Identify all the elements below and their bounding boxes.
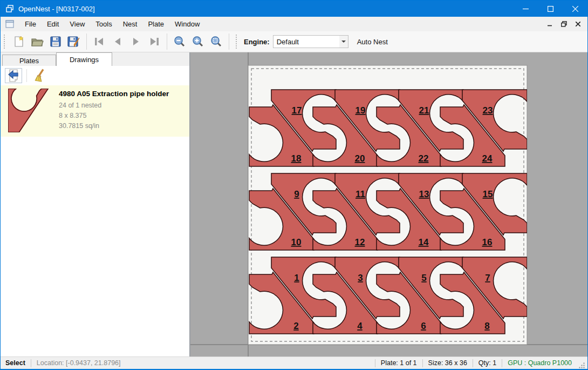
status-plate: Plate: 1 of 1 [375,359,422,367]
status-qty: Qty: 1 [473,359,502,367]
first-arrow-icon [93,37,105,46]
drawing-list-item[interactable]: 4980 A05 Extraction pipe holder 24 of 1 … [1,85,189,137]
plate-canvas[interactable]: 171819202122232491011121314151612345678 [190,52,587,356]
menu-window[interactable]: Window [169,17,205,31]
menu-file[interactable]: File [19,17,42,31]
save-button[interactable] [46,33,65,50]
part-label-3: 3 [358,273,363,283]
part-label-20: 20 [355,153,365,164]
auto-nest-button[interactable]: Auto Nest [352,35,393,49]
main-toolbar: Engine: Default Auto Nest [1,31,587,52]
part-label-2: 2 [293,321,298,331]
mdi-restore-button[interactable] [557,18,570,30]
save-as-button[interactable] [65,33,83,50]
mdi-close-button[interactable] [571,18,584,30]
title-bar: OpenNest - [N0317-002] [1,1,587,17]
zoom-out-icon [174,36,186,48]
close-button[interactable] [563,1,587,17]
previous-arrow-icon [112,37,124,46]
part-label-11: 11 [355,189,365,199]
first-plate-button[interactable] [90,33,108,50]
part-label-15: 15 [483,189,493,199]
broom-icon [33,69,46,83]
tab-strip: PlatesDrawings [1,52,189,66]
drawing-size: 8 x 8.375 [59,111,169,121]
left-panel: PlatesDrawings [1,52,190,356]
new-document-icon [13,36,25,48]
previous-plate-button[interactable] [108,33,127,50]
return-drawing-button[interactable] [5,68,22,83]
next-arrow-icon [130,37,142,46]
document-window-icon[interactable] [5,20,14,28]
zoom-out-button[interactable] [170,33,189,50]
status-size: Size: 36 x 36 [423,359,473,367]
open-folder-icon [31,36,44,48]
engine-value: Default [274,38,339,46]
menu-view[interactable]: View [64,17,90,31]
menu-nest[interactable]: Nest [118,17,143,31]
status-location: Location: [-0.9437, 21.8796] [31,359,126,367]
menu-items: FileEditViewToolsNestPlateWindow [19,17,205,31]
tab-drawings[interactable]: Drawings [56,52,112,66]
part-label-17: 17 [292,105,302,116]
open-button[interactable] [28,33,46,50]
status-bar: Select Location: [-0.9437, 21.8796] Plat… [1,356,587,369]
part-label-16: 16 [482,237,493,247]
drawings-toolbar [1,66,189,85]
window-title: OpenNest - [N0317-002] [18,5,95,13]
chevron-down-icon [341,41,346,43]
engine-toolbar-grip[interactable] [236,35,240,49]
zoom-in-icon [192,36,204,48]
part-label-24: 24 [482,153,493,164]
part-label-12: 12 [355,237,365,247]
part-label-7: 7 [485,273,490,283]
drawings-list: 4980 A05 Extraction pipe holder 24 of 1 … [1,85,189,356]
part-label-19: 19 [355,105,366,116]
status-gpu: GPU : Quadro P1000 [502,359,577,367]
part-label-6: 6 [421,321,426,331]
menu-bar: FileEditViewToolsNestPlateWindow [1,17,587,31]
part-label-4: 4 [357,321,363,331]
last-arrow-icon [148,37,160,46]
app-icon [5,4,14,13]
page-back-arrow-icon [8,69,19,82]
maximize-icon [548,6,553,11]
minimize-button[interactable] [513,1,538,17]
part-label-21: 21 [419,105,429,116]
mdi-close-icon [576,22,580,26]
status-mode: Select [1,359,31,367]
engine-dropdown-button[interactable] [339,36,348,48]
part-label-8: 8 [484,321,489,331]
part-label-10: 10 [291,237,302,247]
mdi-minimize-button[interactable] [543,18,556,30]
drawing-area: 30.7815 sq/in [59,121,169,131]
part-label-13: 13 [419,189,429,199]
resize-grip[interactable] [578,362,585,369]
engine-combobox[interactable]: Default [273,35,348,48]
next-plate-button[interactable] [127,33,145,50]
part-label-1: 1 [294,273,299,283]
last-plate-button[interactable] [145,33,163,50]
tab-plates[interactable]: Plates [2,55,56,66]
part-label-18: 18 [291,153,302,164]
part-label-9: 9 [294,189,299,199]
part-label-23: 23 [483,105,493,116]
zoom-fit-icon [210,36,222,48]
save-as-icon [67,36,80,48]
part-thumbnail-shape [8,89,48,132]
part-thumbnail [6,89,51,132]
zoom-fit-button[interactable] [207,33,225,50]
app-window: OpenNest - [N0317-002] FileEditViewTools… [0,0,588,370]
main-area: PlatesDrawings [1,52,587,356]
maximize-button[interactable] [538,1,563,17]
zoom-in-button[interactable] [189,33,207,50]
clear-drawings-button[interactable] [31,68,49,83]
drawing-title: 4980 A05 Extraction pipe holder [59,90,169,98]
engine-label: Engine: [244,38,270,46]
menu-tools[interactable]: Tools [90,17,117,31]
part-label-5: 5 [421,273,426,283]
new-button[interactable] [10,33,28,50]
menu-edit[interactable]: Edit [42,17,64,31]
toolbar-grip[interactable] [4,35,8,49]
menu-plate[interactable]: Plate [142,17,169,31]
